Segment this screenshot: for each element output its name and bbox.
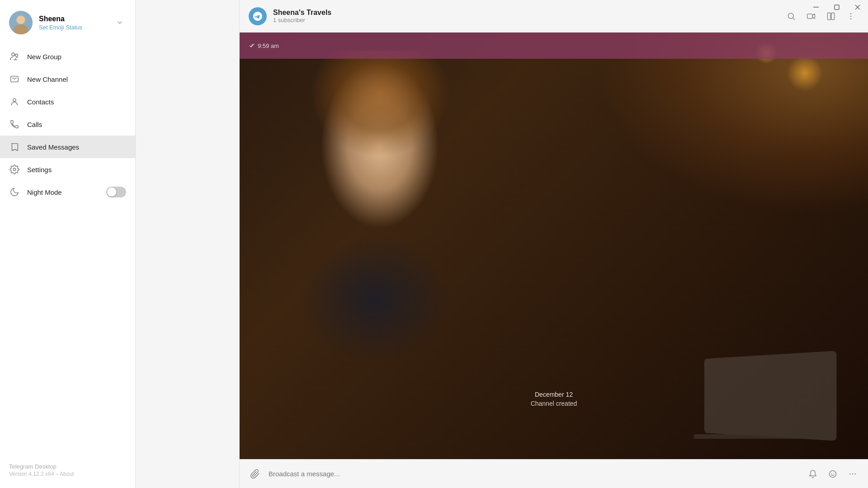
message-time: 9:59 am (249, 42, 279, 49)
sidebar-item-settings-label: Settings (27, 166, 126, 174)
svg-rect-10 (835, 5, 839, 9)
date-badge: December 12 (535, 391, 573, 398)
channel-time-bar: 9:59 am (240, 33, 868, 59)
close-button[interactable] (847, 0, 868, 14)
svg-point-8 (13, 168, 16, 171)
chat-header: Sheena's Travels 1 subscriber (240, 0, 868, 33)
sidebar-item-new-group[interactable]: New Group (0, 45, 135, 68)
svg-point-23 (834, 473, 835, 474)
menu-list: New Group New Channel Contacts (0, 42, 135, 456)
night-mode-toggle[interactable] (106, 187, 126, 197)
sidebar-item-night-mode-label: Night Mode (27, 188, 99, 196)
svg-point-26 (855, 473, 856, 474)
svg-point-25 (852, 473, 854, 474)
channel-name: Sheena's Travels (273, 9, 777, 17)
sidebar-item-settings[interactable]: Settings (0, 158, 135, 181)
svg-point-21 (830, 470, 836, 477)
message-input-area (240, 459, 868, 488)
svg-rect-15 (807, 14, 813, 19)
svg-point-5 (15, 54, 18, 57)
chat-content: 9:59 am December 12 Channel created (240, 33, 868, 459)
sidebar-item-saved-messages-label: Saved Messages (27, 143, 126, 151)
channel-info: Sheena's Travels 1 subscriber (273, 9, 777, 23)
sidebar-item-contacts[interactable]: Contacts (0, 90, 135, 113)
svg-point-4 (12, 53, 14, 56)
message-input[interactable] (269, 470, 799, 478)
profile-section: Sheena Set Emoji Status (0, 0, 135, 42)
sidebar: Sheena Set Emoji Status New Group (0, 0, 136, 488)
notification-button[interactable] (805, 466, 821, 482)
avatar[interactable] (9, 11, 33, 34)
people-icon (9, 51, 20, 62)
svg-point-19 (850, 15, 852, 17)
window-controls (806, 0, 868, 14)
sidebar-item-calls[interactable]: Calls (0, 113, 135, 136)
app-name: Telegram Desktop (9, 463, 126, 470)
svg-point-20 (850, 18, 852, 19)
more-input-button[interactable] (844, 466, 861, 482)
svg-point-3 (17, 16, 25, 24)
search-button[interactable] (783, 8, 799, 24)
attach-button[interactable] (247, 466, 263, 482)
telegram-logo-icon (249, 7, 267, 25)
svg-rect-9 (813, 7, 819, 8)
svg-line-14 (793, 18, 795, 19)
sidebar-item-saved-messages[interactable]: Saved Messages (0, 136, 135, 158)
contacts-icon (9, 96, 20, 107)
chat-list-panel (136, 0, 240, 488)
night-icon (9, 187, 20, 197)
sidebar-item-new-group-label: New Group (27, 53, 126, 61)
maximize-button[interactable] (826, 0, 847, 14)
svg-point-24 (849, 473, 851, 474)
settings-icon (9, 164, 20, 175)
chevron-down-icon[interactable] (113, 16, 126, 29)
channel-created-text: Channel created (531, 400, 577, 407)
profile-status[interactable]: Set Emoji Status (39, 24, 107, 31)
profile-info: Sheena Set Emoji Status (39, 15, 107, 31)
channel-icon (9, 74, 20, 84)
sidebar-item-night-mode[interactable]: Night Mode (0, 181, 135, 203)
sidebar-item-calls-label: Calls (27, 121, 126, 128)
svg-point-22 (831, 473, 832, 474)
minimize-button[interactable] (806, 0, 826, 14)
sidebar-item-new-channel[interactable]: New Channel (0, 68, 135, 90)
sidebar-item-contacts-label: Contacts (27, 98, 126, 106)
calls-icon (9, 119, 20, 130)
date-badges: December 12 Channel created (240, 391, 868, 407)
emoji-button[interactable] (825, 466, 841, 482)
profile-name: Sheena (39, 15, 107, 23)
input-actions (805, 466, 861, 482)
message-panel: Sheena's Travels 1 subscriber (240, 0, 868, 488)
saved-icon (9, 141, 20, 152)
sidebar-item-new-channel-label: New Channel (27, 75, 126, 83)
channel-subscribers: 1 subscriber (273, 17, 777, 23)
app-version: Version 4.12.2 x64 – About (9, 471, 126, 477)
svg-point-7 (13, 99, 16, 101)
sidebar-footer: Telegram Desktop Version 4.12.2 x64 – Ab… (0, 456, 135, 488)
